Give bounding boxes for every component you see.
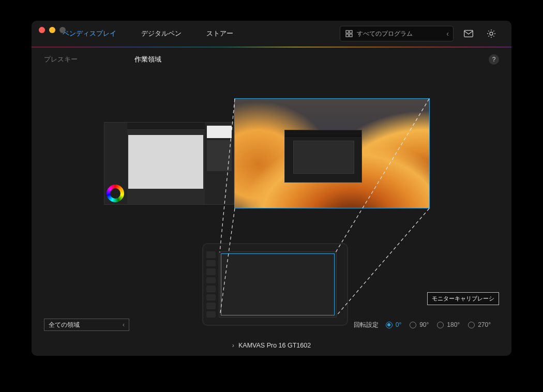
device-footer[interactable]: › KAMVAS Pro 16 GT1602	[32, 335, 511, 356]
svg-line-9	[336, 208, 429, 314]
subtab-press-key[interactable]: プレスキー	[44, 55, 78, 64]
embedded-app-window	[284, 130, 362, 183]
minimize-icon[interactable]	[49, 27, 55, 33]
rainbow-divider	[32, 47, 511, 48]
maximize-icon[interactable]	[59, 27, 66, 33]
apps-grid-icon	[345, 30, 353, 37]
tab-digital-pen[interactable]: デジタルペン	[141, 29, 182, 38]
radio-icon	[437, 322, 444, 328]
tablet-active-area[interactable]	[221, 253, 335, 315]
close-icon[interactable]	[39, 27, 45, 33]
svg-point-5	[490, 32, 493, 35]
chevron-left-icon: ‹	[123, 321, 125, 328]
svg-rect-4	[464, 31, 473, 37]
tablet-device[interactable]	[202, 243, 348, 326]
tab-store[interactable]: ストアー	[206, 29, 233, 38]
svg-rect-3	[350, 34, 352, 37]
monitor-calibration-button[interactable]: モニターキャリブレーシ	[427, 292, 499, 305]
area-select-label: 全ての領域	[49, 321, 80, 329]
window-traffic-lights	[39, 27, 66, 33]
rotation-90[interactable]: 90°	[410, 321, 429, 328]
svg-rect-2	[346, 34, 349, 37]
program-select[interactable]: すべてのプログラム ‹	[340, 26, 454, 41]
tab-pen-display[interactable]: ペンディスプレイ	[63, 29, 116, 38]
device-name: KAMVAS Pro 16 GT1602	[238, 342, 311, 349]
rotation-180[interactable]: 180°	[437, 321, 460, 328]
subtab-work-area[interactable]: 作業領域	[134, 55, 161, 64]
display-thumbnail-1[interactable]	[104, 122, 234, 205]
rotation-270[interactable]: 270°	[468, 321, 491, 328]
chevron-right-icon: ›	[232, 342, 234, 349]
svg-rect-0	[346, 31, 349, 33]
mail-icon[interactable]	[461, 26, 476, 41]
radio-icon	[468, 322, 475, 328]
display-thumbnail-2[interactable]	[234, 98, 430, 208]
area-select[interactable]: 全ての領域 ‹	[44, 319, 129, 331]
tablet-express-keys	[206, 251, 216, 318]
mapping-stage: モニターキャリブレーシ	[32, 71, 511, 314]
help-button[interactable]: ?	[489, 54, 499, 65]
colorwheel-icon	[107, 185, 124, 202]
program-select-label: すべてのプログラム	[357, 29, 442, 38]
radio-icon	[410, 322, 416, 328]
rotation-label: 回転設定	[354, 321, 379, 329]
rotation-0[interactable]: 0°	[386, 321, 401, 328]
gear-icon[interactable]	[484, 26, 499, 41]
svg-rect-1	[350, 31, 352, 33]
chevron-left-icon: ‹	[446, 29, 449, 38]
radio-icon	[386, 322, 393, 328]
